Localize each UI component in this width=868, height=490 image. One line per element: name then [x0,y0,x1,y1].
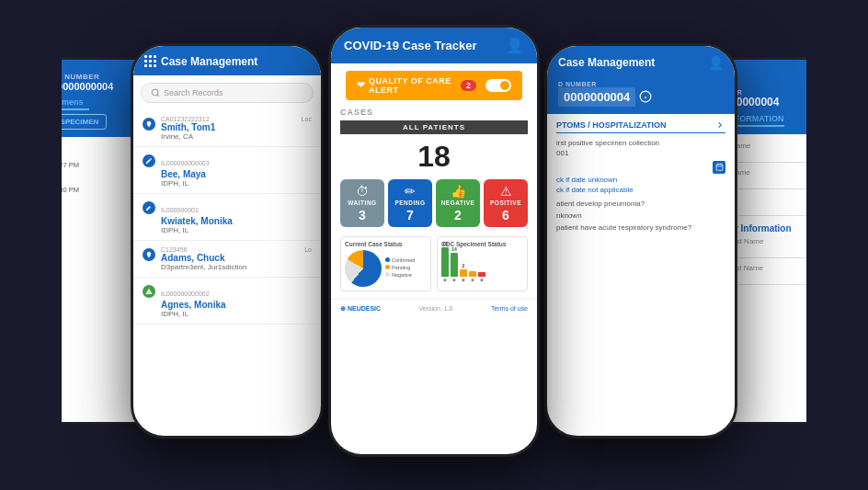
negative-icon: 👍 [439,184,477,199]
phone4-number-section: D NUMBER 0000000004 [547,77,735,114]
pie-chart [345,250,382,287]
total-cases: 18 [340,134,528,179]
list-item[interactable]: CA01232222312 Loc Smith, Tom1 Irvine, CA [133,110,321,147]
quality-alert-text: QUALITY OF CARE ALERT [369,76,461,95]
bar-label: ◆ [480,278,484,282]
case-icon [143,201,155,214]
list-item[interactable]: C123456 Lo Adams, Chuck D3partm3ent, Jur… [133,241,321,278]
pie-container: Confirmed Pending Negative [345,250,427,287]
case-icon [143,118,155,131]
case-icon [143,248,155,261]
field-label1: irst positive specimen collection [556,139,725,147]
question-pneumonia: atient develop pneumonia? [556,199,725,208]
phone4-number-label: D NUMBER [558,81,724,87]
status-tiles: ⏱ WAITING 3 ✏ PENDING 7 👍 NEGATIVE 2 ⚠ P… [340,179,528,227]
case-loc: D3partm3ent, Jur1sdiction [161,263,312,271]
legend-label-negative: Negative [392,272,412,278]
case-name: Adams, Chuck [161,253,312,263]
bar-num: 18 [442,241,448,246]
phone-4: Case Management 👤 D NUMBER 0000000004 PT… [544,43,737,439]
bar-label: ◆ [471,278,474,282]
waiting-count: 3 [343,208,382,222]
svg-line-1 [157,94,159,96]
bar-group: ◆ [469,270,476,282]
info-icon[interactable] [639,90,652,103]
tile-negative[interactable]: 👍 NEGATIVE 2 [436,179,480,227]
phones-container: COV ID NUMBER L0000000000004 Specimens A… [20,11,848,480]
case-id: IL000000000002 [161,291,210,297]
heart-icon: ❤ [357,79,365,91]
pie-chart-box: Current Case Status Confirmed Pending [340,236,431,291]
case-loc: IDPH, IL [161,179,312,188]
bar-confirmed1 [441,247,449,277]
tile-pending[interactable]: ✏ PENDING 7 [388,179,432,227]
bar-label: ◆ [462,278,465,282]
pie-legend: Confirmed Pending Negative [385,257,415,279]
tile-positive[interactable]: ⚠ POSITIVE 6 [484,179,528,227]
case-item-content: IL000000000003 Bee, Maya IDPH, IL [161,153,312,188]
list-item[interactable]: IL000000000003 Bee, Maya IDPH, IL [133,147,321,194]
phone3-title: COVID-19 Case Tracker [344,39,477,52]
list-item[interactable]: IL000000001 Kwiatek, Monika IDPH, IL [133,194,321,241]
case-id: IL000000000003 [161,160,210,166]
phone2-header: Case Management [133,46,321,75]
grid-menu-icon[interactable] [144,55,155,67]
case-id: C123456 [161,246,187,253]
alert-toggle[interactable] [485,79,511,92]
legend-dot-confirmed [385,257,390,262]
legend-item: Negative [385,272,415,278]
positive-icon: ⚠ [486,184,525,199]
legend-item: Pending [385,265,415,270]
phone2-title: Case Management [161,55,257,68]
phone1-add-specimen[interactable]: ADD SPECIMEN [34,114,107,130]
list-item[interactable]: IL000000000002 Agnes, Monika IDPH, IL [133,278,321,325]
phone4-symptoms: PTOMS / HOSPITALIZATION irst positive sp… [547,114,735,241]
case-loc: IDPH, IL [161,226,312,234]
positive-label: POSITIVE [486,199,525,206]
positive-count: 6 [486,208,525,222]
bar-group: 18 ◆ [441,241,449,282]
bar-group: 14 ◆ [451,246,458,282]
covid-footer: ⊕ NEUDESIC Version: 1.0 Terms of use [331,299,537,318]
case-loc: Irvine, CA [161,132,312,141]
waiting-label: WAITING [343,199,382,206]
bar-label: ◆ [443,278,447,282]
calendar-icon[interactable] [713,161,725,174]
phone1-tab-specimens[interactable]: Specimens [34,96,89,110]
tile-waiting[interactable]: ⏱ WAITING 3 [340,179,384,227]
case-id: CA01232222312 [161,116,210,122]
bar-pending1 [460,269,467,277]
phone-3: COVID-19 Case Tracker 👤 ❤ QUALITY OF CAR… [328,25,540,457]
case-name: Agnes, Monika [161,300,312,310]
symptoms-title: PTOMS / HOSPITALIZATION [556,120,667,130]
alert-count: 2 [461,80,476,91]
phone2-search-bar[interactable]: Search Records [141,83,314,103]
pending-label: PENDING [391,199,429,206]
bar-group: 2 ◆ [460,263,467,282]
case-name: Smith, Tom1 [161,122,312,132]
search-icon [151,88,160,97]
bar-group: ◆ [478,271,485,282]
phone4-header: Case Management 👤 [547,46,735,77]
quality-alert-bar[interactable]: ❤ QUALITY OF CARE ALERT 2 [346,71,522,100]
legend-dot-pending [385,265,390,269]
all-patients-bar: ALL PATIENTS [340,120,528,134]
svg-rect-5 [716,165,723,171]
negative-label: NEGATIVE [439,199,477,206]
bar-num: 14 [451,246,457,252]
footer-terms[interactable]: Terms of use [491,305,528,312]
legend-dot-negative [385,272,390,277]
chevron-right-icon[interactable] [714,120,725,131]
case-name: Bee, Maya [161,169,312,179]
phone2-search-text: Search Records [164,88,223,97]
footer-version: Version: 1.0 [419,305,453,312]
neudesic-logo: ⊕ NEUDESIC [340,305,381,313]
link-unknown[interactable]: ck if date unknown [556,176,725,184]
case-icon [143,285,155,298]
legend-label-pending: Pending [392,265,410,270]
person-icon: 👤 [506,37,524,54]
field-label2: 001 [556,149,725,157]
phone2-case-list: CA01232222312 Loc Smith, Tom1 Irvine, CA… [133,110,321,325]
pie-chart-title: Current Case Status [345,241,427,247]
link-not-applicable[interactable]: ck if date not applicable [556,186,725,194]
